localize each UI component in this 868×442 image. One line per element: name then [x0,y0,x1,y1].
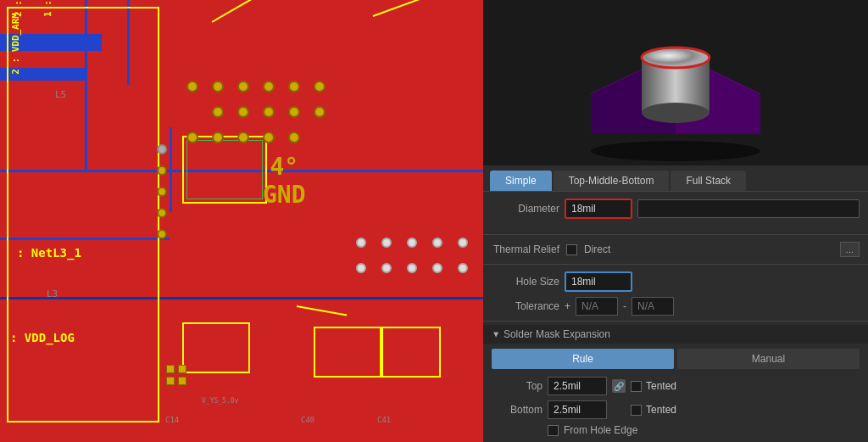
divider-1 [483,234,868,235]
properties-panel[interactable]: Simple Top-Middle-Bottom Full Stack Diam… [483,165,868,442]
hole-size-row: Hole Size [483,268,868,295]
svg-point-5 [642,103,709,123]
bottom-tented-label: Tented [646,404,676,416]
thermal-label: Thermal Relief [492,243,559,255]
vdd-arm-text: 2 : VDD_ARM [13,0,24,17]
hole-size-input[interactable] [565,271,632,292]
plus-symbol: + [565,300,570,312]
divider-2 [483,264,868,265]
thermal-relief-row: Thermal Relief Direct ... [483,238,868,260]
bottom-tented-checkbox[interactable] [631,405,642,416]
manual-button[interactable]: Manual [677,349,860,369]
top-label: Top [492,380,542,392]
rule-manual-row: Rule Manual [483,344,868,374]
c40-label: C40 [301,416,314,424]
tolerance-label: Tolerance [492,300,559,312]
l3-label: L3 [47,288,58,299]
net-label: 1 : NetL5_1 [42,0,53,17]
tab-full-stack[interactable]: Full Stack [670,171,746,191]
bottom-value-input[interactable] [548,400,607,419]
diameter-row: Diameter [492,199,860,219]
svg-point-0 [591,141,760,161]
gnd-text: 4°GND [263,153,306,209]
top-tented-label: Tented [646,380,676,392]
vdd-log-label: : VDD_LOG [10,331,75,344]
rule-button[interactable]: Rule [492,349,674,369]
pcb-canvas: 2 : VDD_ARM 2 : VDD_ARM 1 : NetL5_1 : Ne… [0,0,483,442]
right-panel: Simple Top-Middle-Bottom Full Stack Diam… [483,0,868,442]
l5-label: L5 [55,89,66,100]
c14-label: C14 [165,416,179,424]
bottom-solder-row: Bottom Tented [483,398,868,422]
top-tented-checkbox[interactable] [631,381,642,392]
3d-pad-svg [565,3,786,164]
hole-size-label: Hole Size [492,276,559,288]
diameter-secondary-input[interactable] [637,199,860,218]
direct-label: Direct [584,243,610,255]
bottom-label: Bottom [492,404,542,416]
tab-simple[interactable]: Simple [490,171,552,191]
top-value-input[interactable] [548,377,607,395]
tolerance-row: Tolerance + - [483,295,868,317]
net3-label: : NetL3_1 [17,246,81,260]
solder-mask-header[interactable]: Solder Mask Expansion [483,325,868,344]
diameter-label: Diameter [492,203,559,215]
tabs-row: Simple Top-Middle-Bottom Full Stack [483,165,868,192]
from-hole-checkbox[interactable] [548,425,559,436]
thermal-checkbox[interactable] [566,244,577,255]
tab-top-middle-bottom[interactable]: Top-Middle-Bottom [554,171,670,191]
divider-3 [483,321,868,322]
bottom-tented-row: Tented [631,404,860,416]
minus-symbol: - [623,300,626,312]
top-solder-row: Top 🔗 Tented [483,374,868,398]
vdd-arm-label: 2 : VDD_ARM [10,13,21,75]
3d-preview [483,0,868,165]
from-hole-row: From Hole Edge [483,422,868,439]
link-icon[interactable]: 🔗 [612,379,626,393]
dots-button[interactable]: ... [840,242,860,257]
top-tented-row: Tented [631,380,860,392]
tolerance-plus-input[interactable] [576,297,618,316]
diameter-input[interactable] [565,199,632,219]
from-hole-label: From Hole Edge [564,424,637,436]
tolerance-minus-input[interactable] [632,297,674,316]
c41-label: C41 [377,416,391,424]
